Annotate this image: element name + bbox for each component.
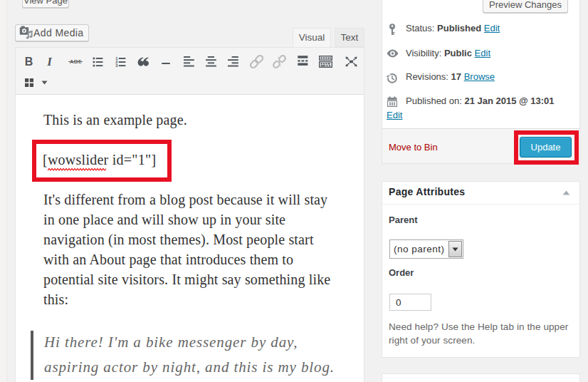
- svg-text:3: 3: [115, 63, 118, 67]
